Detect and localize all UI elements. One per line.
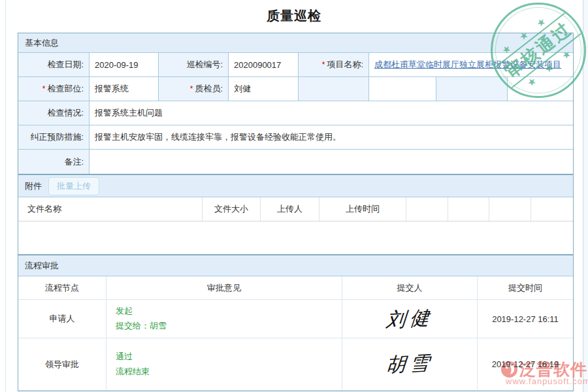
col-uploader: 上传人	[261, 197, 319, 221]
main-content: 基本信息 检查日期: 2020-09-19 巡检编号: 2020090017 *…	[18, 33, 574, 391]
batch-upload-button[interactable]: 批量上传	[48, 177, 99, 195]
approval-opinion: 发起 提交给：胡雪	[106, 300, 342, 338]
measures-value: 报警主机安放牢固，线缆连接牢靠，报警设备经验收能正常使用。	[90, 125, 573, 150]
page-left-border	[5, 0, 6, 392]
basic-info-row-3: 检查情况: 报警系统主机问题	[18, 101, 573, 125]
signature: 刘健	[385, 304, 434, 333]
required-mark: *	[42, 84, 46, 93]
empty-value-cell	[369, 77, 436, 101]
submit-time: 2019-12-27 16:19	[492, 359, 559, 369]
opinion-line-1: 通过	[116, 350, 133, 365]
node-name: 申请人	[18, 300, 106, 338]
col-empty	[531, 197, 573, 221]
remark-value	[90, 150, 573, 174]
page-right-margin	[583, 0, 588, 392]
col-opinion: 审批意见	[106, 276, 342, 299]
col-submitter: 提交人	[342, 276, 478, 299]
situation-label: 检查情况:	[18, 101, 90, 125]
inspector-label-text: 质检员:	[195, 83, 223, 95]
workflow-row-applicant: 申请人 发起 提交给：胡雪 刘健 2019-12-27 16:11	[18, 300, 573, 338]
measures-label: 纠正预防措施:	[18, 125, 90, 150]
basic-info-row-4: 纠正预防措施: 报警主机安放牢固，线缆连接牢靠，报警设备经验收能正常使用。	[18, 125, 573, 150]
required-mark: *	[322, 60, 325, 69]
inspector-value: 刘健	[229, 77, 299, 101]
project-value-cell: 成都杜甫草堂临时展厅独立展柜报警设备安装项目	[369, 53, 573, 77]
workflow-section: 流程审批 流程节点 审批意见 提交人 提交时间 申请人 发起 提交给：胡雪 刘健…	[18, 255, 574, 391]
approval-opinion: 通过 流程结束	[106, 338, 342, 390]
project-label-text: 项目名称:	[327, 59, 363, 71]
basic-info-row-2: * 检查部位: 报警系统 * 质检员: 刘健	[18, 77, 573, 101]
empty-label-cell	[436, 77, 508, 101]
attachments-title: 附件	[25, 180, 42, 192]
part-value: 报警系统	[90, 77, 159, 101]
opinion-line-2: 流程结束	[116, 365, 150, 380]
remark-label: 备注:	[18, 150, 90, 174]
opinion-line-1: 发起	[116, 304, 133, 319]
workflow-table-header: 流程节点 审批意见 提交人 提交时间	[18, 276, 573, 300]
col-time: 提交时间	[478, 276, 573, 299]
submit-time: 2019-12-27 16:11	[492, 314, 559, 324]
inspect-date-label: 检查日期:	[18, 53, 90, 77]
submitter-signature-cell: 刘健	[342, 300, 478, 338]
page-title: 质量巡检	[0, 0, 588, 25]
attachments-empty-body	[18, 221, 573, 254]
submit-time-cell: 2019-12-27 16:19	[478, 338, 573, 390]
page-right-border	[583, 0, 583, 392]
project-link[interactable]: 成都杜甫草堂临时展厅独立展柜报警设备安装项目	[374, 59, 561, 71]
project-label: * 项目名称:	[299, 53, 369, 77]
part-label: * 检查部位:	[18, 77, 90, 101]
workflow-header: 流程审批	[18, 255, 573, 276]
basic-info-row-5: 备注:	[18, 150, 573, 174]
col-empty	[489, 197, 531, 221]
workflow-row-leader: 领导审批 通过 流程结束 胡雪 2019-12-27 16:19	[18, 338, 573, 391]
basic-info-row-1: 检查日期: 2020-09-19 巡检编号: 2020090017 * 项目名称…	[18, 53, 573, 77]
basic-info-section: 基本信息 检查日期: 2020-09-19 巡检编号: 2020090017 *…	[18, 33, 574, 174]
node-name: 领导审批	[18, 338, 106, 390]
col-file-name: 文件名称	[18, 197, 203, 221]
patrol-no-label: 巡检编号:	[159, 53, 229, 77]
inspector-label: * 质检员:	[159, 77, 229, 101]
col-upload-time: 上传时间	[319, 197, 406, 221]
submitter-signature-cell: 胡雪	[342, 338, 478, 390]
col-file-size: 文件大小	[203, 197, 261, 221]
opinion-line-2: 提交给：胡雪	[116, 319, 167, 334]
patrol-no-value: 2020090017	[229, 53, 299, 77]
inspect-date-value: 2020-09-19	[90, 53, 159, 77]
attachments-table-header: 文件名称 文件大小 上传人 上传时间	[18, 197, 573, 221]
part-label-text: 检查部位:	[47, 83, 84, 95]
attachments-header: 附件 批量上传	[18, 175, 573, 197]
empty-value-cell	[508, 77, 573, 101]
col-empty	[406, 197, 448, 221]
basic-info-header: 基本信息	[18, 33, 573, 53]
col-empty	[448, 197, 489, 221]
empty-label-cell	[299, 77, 369, 101]
attachments-section: 附件 批量上传 文件名称 文件大小 上传人 上传时间	[18, 174, 574, 255]
submit-time-cell: 2019-12-27 16:11	[478, 300, 573, 338]
col-node: 流程节点	[18, 276, 106, 299]
required-mark: *	[190, 84, 193, 93]
signature: 胡雪	[385, 350, 434, 379]
situation-value: 报警系统主机问题	[90, 101, 573, 125]
